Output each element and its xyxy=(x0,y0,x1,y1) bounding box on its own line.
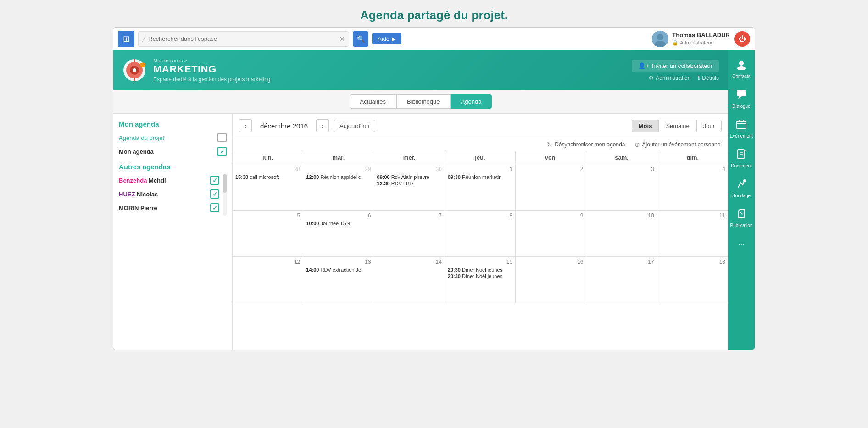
agenda-body: Mon agenda Agenda du projet Mon agenda A… xyxy=(113,114,728,350)
agenda-mine-checkbox[interactable] xyxy=(217,147,227,156)
cal-cell-3[interactable]: 3 xyxy=(586,164,657,210)
event-rdv-alain[interactable]: 09:00 Rdv Alain pireyre xyxy=(377,174,442,180)
event-rdv-extraction[interactable]: 14:00 RDV extraction Je xyxy=(306,267,371,272)
search-input[interactable] xyxy=(148,35,337,42)
app-grid-button[interactable]: ⊞ xyxy=(118,31,134,47)
date-2: 2 xyxy=(518,166,583,172)
content-area: Mes espaces > MARKETING Espace dédié à l… xyxy=(113,50,728,350)
invite-collaborator-button[interactable]: 👤+ Inviter un collaborateur xyxy=(632,60,719,72)
cal-cell-7[interactable]: 7 xyxy=(374,211,445,256)
date-7: 7 xyxy=(377,212,442,219)
plus-icon: ⊕ xyxy=(634,141,640,148)
svg-point-24 xyxy=(743,179,746,182)
cal-cell-12[interactable]: 12 xyxy=(233,257,303,303)
agenda-project-checkbox[interactable] xyxy=(217,133,227,142)
person-morin-checkbox[interactable] xyxy=(210,203,219,212)
sidebar-item-contacts[interactable]: Contacts xyxy=(728,55,755,84)
date-9: 9 xyxy=(518,212,583,219)
document-icon xyxy=(736,149,746,161)
date-11: 11 xyxy=(660,212,725,219)
sidebar-item-more[interactable]: ··· xyxy=(728,234,755,253)
space-name: MARKETING xyxy=(153,63,625,75)
event-rdv-lbd[interactable]: 12:30 RDV LBD xyxy=(377,181,442,186)
cal-cell-10[interactable]: 10 xyxy=(586,211,657,256)
power-button[interactable]: ⏻ xyxy=(734,31,750,47)
view-month-button[interactable]: Mois xyxy=(632,120,659,132)
top-bar: ⊞ ╱ ✕ 🔍 Aide ▶ xyxy=(113,28,755,50)
date-3: 3 xyxy=(589,166,654,172)
prev-month-button[interactable]: ‹ xyxy=(239,119,252,132)
cal-cell-4[interactable]: 4 xyxy=(657,164,728,210)
event-call-microsoft[interactable]: 15:30 call microsoft xyxy=(235,174,300,180)
help-button[interactable]: Aide ▶ xyxy=(372,33,401,44)
cal-cell-5[interactable]: 5 xyxy=(233,211,303,256)
sidebar-item-evenement[interactable]: Evènement xyxy=(728,115,755,144)
tab-agenda[interactable]: Agenda xyxy=(451,94,492,109)
agenda-item-mine: Mon agenda xyxy=(119,145,227,157)
cal-cell-17[interactable]: 17 xyxy=(586,257,657,303)
cal-cell-8[interactable]: 8 xyxy=(445,211,516,256)
sidebar-item-publication[interactable]: Publication xyxy=(728,204,755,233)
search-button[interactable]: 🔍 xyxy=(353,31,368,47)
other-agendas-items: Benzehda Mehdi HUEZ Nicolas xyxy=(119,174,219,216)
calendar-body: 28 15:30 call microsoft 29 12:00 Réunion… xyxy=(233,164,728,350)
today-button[interactable]: Aujourd'hui xyxy=(334,120,375,132)
tab-bibliotheque[interactable]: Bibliothèque xyxy=(396,94,451,109)
page-title: Agenda partagé du projet. xyxy=(0,0,868,27)
add-event-button[interactable]: ⊕ Ajouter un événement personnel xyxy=(634,141,722,148)
sidebar-item-document[interactable]: Document xyxy=(728,145,755,173)
person-benzehda-name: Benzehda Mehdi xyxy=(119,177,166,184)
agenda-project-label[interactable]: Agenda du projet xyxy=(119,134,164,141)
tab-actualites[interactable]: Actualités xyxy=(350,94,396,109)
view-week-button[interactable]: Semaine xyxy=(659,120,696,132)
next-month-button[interactable]: › xyxy=(316,119,329,132)
person-morin-name: MORIN Pierre xyxy=(119,205,157,211)
cal-cell-11[interactable]: 11 xyxy=(657,211,728,256)
view-day-button[interactable]: Jour xyxy=(696,120,722,132)
person-huez-name: HUEZ Nicolas xyxy=(119,191,158,198)
grid-icon: ⊞ xyxy=(123,34,130,44)
header-sam: sam. xyxy=(586,151,657,164)
cal-week-2: 5 6 10:00 Journée TSN 7 8 xyxy=(233,211,728,257)
agenda-mine-label: Mon agenda xyxy=(119,148,154,155)
clear-icon[interactable]: ✕ xyxy=(339,35,345,43)
evenement-label: Evènement xyxy=(730,133,753,139)
svg-point-1 xyxy=(657,34,663,40)
event-diner-noel-1[interactable]: 20:30 Dîner Noël jeunes xyxy=(448,267,512,272)
cal-week-1: 28 15:30 call microsoft 29 12:00 Réunion… xyxy=(233,164,728,211)
cal-cell-16[interactable]: 16 xyxy=(516,257,586,303)
search-bar: ╱ ✕ xyxy=(138,31,349,47)
desync-button[interactable]: ↻ Désynchroniser mon agenda xyxy=(547,141,625,148)
event-reunion-appidel[interactable]: 12:00 Réunion appidel c xyxy=(306,174,371,180)
cal-cell-29: 29 12:00 Réunion appidel c xyxy=(303,164,374,210)
space-header: Mes espaces > MARKETING Espace dédié à l… xyxy=(113,50,728,90)
person-benzehda-checkbox[interactable] xyxy=(210,176,219,185)
event-journee-tsn[interactable]: 10:00 Journée TSN xyxy=(306,221,371,226)
date-15: 15 xyxy=(448,259,512,265)
avatar xyxy=(652,31,668,47)
administration-link[interactable]: ⚙ Administration xyxy=(649,75,690,81)
event-reunion-marketin[interactable]: 09:30 Réunion marketin xyxy=(448,174,512,180)
person-benzehda: Benzehda Mehdi xyxy=(119,174,219,186)
user-role: 🔒 Administrateur xyxy=(672,39,730,46)
svg-point-12 xyxy=(737,66,746,70)
cal-cell-18[interactable]: 18 xyxy=(657,257,728,303)
sondage-label: Sondage xyxy=(732,193,751,199)
cal-cell-14[interactable]: 14 xyxy=(374,257,445,303)
sidebar-item-sondage[interactable]: Sondage xyxy=(728,174,755,203)
sidebar-scrollbar[interactable] xyxy=(223,174,227,216)
details-link[interactable]: ℹ Détails xyxy=(698,75,719,81)
svg-point-11 xyxy=(739,61,744,66)
document-label: Document xyxy=(731,163,752,169)
sidebar-item-dialogue[interactable]: Dialogue xyxy=(728,85,755,114)
header-mer: mer. xyxy=(374,151,445,164)
event-diner-noel-2[interactable]: 20:30 Dîner Noël jeunes xyxy=(448,273,512,279)
cal-cell-9[interactable]: 9 xyxy=(516,211,586,256)
cal-cell-2[interactable]: 2 xyxy=(516,164,586,210)
date-12: 12 xyxy=(235,259,300,265)
date-14: 14 xyxy=(377,259,442,265)
space-actions: 👤+ Inviter un collaborateur ⚙ Administra… xyxy=(632,60,719,81)
person-huez-checkbox[interactable] xyxy=(210,189,219,199)
slash-icon: ╱ xyxy=(142,36,145,42)
date-5: 5 xyxy=(235,212,300,219)
